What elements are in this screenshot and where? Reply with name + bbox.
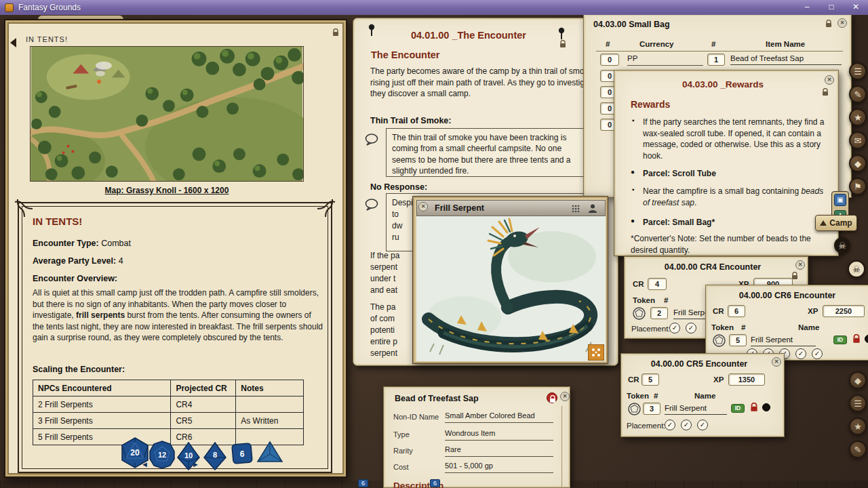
dice-prev-button[interactable]: ◄: [141, 460, 149, 468]
token-die-icon[interactable]: [628, 403, 641, 415]
close-icon[interactable]: ✕: [837, 18, 847, 28]
field-value[interactable]: 501 - 5,000 gp: [445, 462, 553, 473]
story-window-title: 04.01.00 _The Encounter: [353, 30, 584, 41]
dice-next-button[interactable]: ►: [192, 460, 199, 468]
locked-record-icon[interactable]: [750, 403, 758, 412]
field-value[interactable]: Wondrous Item: [445, 429, 553, 441]
placement-check-icon[interactable]: ✓: [686, 323, 696, 333]
token-color-dot[interactable]: [865, 335, 868, 343]
placement-check-icon[interactable]: ✓: [681, 420, 692, 430]
placement-check-icon[interactable]: ✓: [665, 420, 675, 430]
parcel-link-small-bag[interactable]: Parcel: Small Bag*: [643, 217, 715, 228]
cell-npcs: 3 Frill Serpents: [33, 413, 171, 429]
npc-link-frill-serpent[interactable]: Frill Serpent: [751, 336, 816, 346]
table-row: 2 Frill Serpents CR4: [33, 396, 304, 413]
cr-input[interactable]: 6: [728, 305, 745, 317]
tent-icon: [820, 220, 827, 226]
token-die-icon[interactable]: [633, 307, 646, 320]
d4-die[interactable]: [256, 441, 283, 464]
token-die-icon[interactable]: [713, 334, 726, 347]
item-qty-input[interactable]: 1: [707, 54, 725, 66]
lock-icon[interactable]: [332, 28, 339, 37]
npc-qty-input[interactable]: 3: [643, 403, 660, 415]
svg-text:12: 12: [158, 451, 166, 459]
cr-input[interactable]: 4: [648, 278, 667, 290]
close-icon[interactable]: ✕: [418, 202, 428, 211]
name-header: Name: [694, 392, 715, 400]
scaling-label: Scaling the Encounter:: [33, 365, 125, 374]
sidebar-tokens-icon[interactable]: ◆: [849, 371, 867, 389]
cr-input[interactable]: 5: [642, 373, 659, 386]
xp-input[interactable]: 2250: [823, 305, 865, 317]
module-source-icon[interactable]: [588, 344, 604, 361]
map-caption-link[interactable]: Map: Grassy Knoll - 1600 x 1200: [30, 186, 304, 195]
identified-toggle-icon[interactable]: [547, 392, 557, 403]
sidebar-treasure-icon[interactable]: ◆: [849, 155, 867, 172]
id-badge[interactable]: ID: [833, 336, 847, 344]
overview-paragraph: All is quiet at this small camp just off…: [33, 287, 323, 344]
page-fold-icon[interactable]: [10, 38, 16, 47]
image-window-title: Frill Serpent: [435, 203, 484, 213]
hotkey-slot-die[interactable]: 6: [358, 479, 368, 487]
sidebar-menu-icon[interactable]: ☰: [849, 62, 867, 80]
npc-qty-input[interactable]: 2: [650, 307, 668, 319]
cr4-window-title: 04.00.00 CR4 Encounter: [625, 262, 801, 272]
speech-bubble-icon[interactable]: [364, 199, 379, 211]
encounter-type-field: Encounter Type: Combat: [33, 239, 131, 248]
currency-qty-input[interactable]: 0: [600, 54, 619, 66]
sidebar-modifiers-icon[interactable]: ☰: [849, 394, 867, 412]
image-window-frill-serpent: Frill Serpent ✕: [412, 196, 608, 364]
scroll-gutter[interactable]: [561, 406, 562, 488]
field-value[interactable]: Small Amber Colored Bead: [445, 411, 553, 423]
d8-die[interactable]: 8: [203, 442, 226, 470]
npc-skull-icon[interactable]: ☠: [834, 237, 850, 253]
smoke-quote-box: The thin trail of smoke you have been tr…: [386, 128, 591, 177]
placement-check-icon[interactable]: ✓: [812, 348, 823, 359]
placement-check-icon[interactable]: ✓: [669, 323, 680, 333]
placement-check-icon[interactable]: ✓: [697, 420, 708, 430]
close-button[interactable]: ✕: [844, 0, 868, 15]
encounter-window-cr5: 04.00.00 CR5 Encounter ✕ CR 5 XP 1350 To…: [620, 353, 785, 437]
lock-icon[interactable]: [822, 88, 829, 96]
close-icon[interactable]: ✕: [795, 260, 805, 270]
speech-bubble-icon[interactable]: [364, 134, 379, 146]
d6-die[interactable]: 6: [231, 443, 253, 464]
lock-icon[interactable]: [825, 20, 832, 28]
hotkey-slot-die[interactable]: 6: [430, 479, 440, 487]
id-badge[interactable]: ID: [731, 404, 745, 413]
d12-die[interactable]: 12: [149, 441, 175, 469]
sidebar-notes-icon[interactable]: ✎: [849, 85, 867, 103]
item-link-bead-of-treefast-sap[interactable]: Bead of Treefast Sap: [730, 54, 842, 65]
grid-layers-icon[interactable]: [572, 205, 580, 213]
map-mini-icon[interactable]: ▣: [834, 194, 846, 206]
npc-link-frill-serpent[interactable]: Frill Serpent: [665, 404, 727, 415]
sidebar-effects-icon[interactable]: ★: [849, 418, 867, 435]
sidebar-options-icon[interactable]: ✎: [849, 441, 867, 458]
close-icon[interactable]: ✕: [825, 75, 834, 85]
placement-check-icon[interactable]: ✓: [795, 348, 806, 359]
table-row: 3 Frill Serpents CR5 As Written: [33, 413, 304, 429]
minimize-button[interactable]: –: [795, 0, 819, 15]
lock-icon[interactable]: [559, 40, 566, 48]
token-color-dot[interactable]: [762, 403, 770, 411]
maximize-button[interactable]: □: [819, 0, 844, 15]
map-grassy-knoll[interactable]: [30, 46, 304, 182]
sidebar-items-icon[interactable]: ✉: [849, 131, 867, 149]
locked-record-icon[interactable]: [852, 334, 861, 344]
sidebar-story-icon[interactable]: ★: [849, 108, 867, 126]
cr-label: CR: [713, 307, 724, 315]
item-window-title: Bead of Treefast Sap: [395, 394, 479, 403]
parcel-link-scroll-tube[interactable]: Parcel: Scroll Tube: [643, 168, 716, 180]
close-icon[interactable]: ✕: [560, 392, 570, 401]
combat-skull-icon[interactable]: ☠: [848, 260, 865, 278]
os-titlebar: Fantasy Grounds – □ ✕: [0, 0, 868, 15]
npc-qty-input[interactable]: 5: [729, 334, 747, 346]
player-vis-icon[interactable]: [588, 203, 597, 214]
encounter-type-label: Encounter Type:: [33, 239, 99, 248]
xp-input[interactable]: 1350: [728, 373, 765, 386]
frill-serpent-image[interactable]: [416, 216, 606, 361]
camp-button[interactable]: Camp: [815, 215, 857, 231]
close-icon[interactable]: ✕: [772, 357, 781, 367]
sidebar-quest-icon[interactable]: ⚑: [849, 178, 867, 195]
field-value[interactable]: Rare: [445, 445, 553, 457]
